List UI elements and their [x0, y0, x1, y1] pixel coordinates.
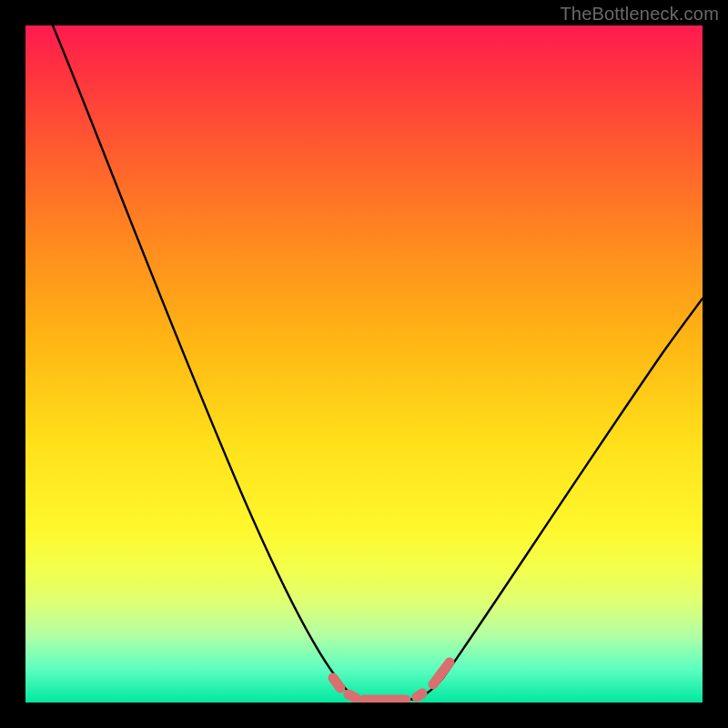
- svg-line-3: [417, 693, 422, 697]
- svg-line-4: [433, 662, 450, 684]
- chart-stage: TheBottleneck.com: [0, 0, 728, 728]
- svg-line-1: [349, 694, 356, 698]
- curve-layer: [25, 25, 703, 703]
- plot-area: [25, 25, 703, 703]
- watermark-text: TheBottleneck.com: [560, 4, 719, 25]
- bottleneck-curve: [53, 25, 703, 700]
- svg-line-0: [333, 678, 340, 688]
- highlight-markers: [333, 662, 450, 700]
